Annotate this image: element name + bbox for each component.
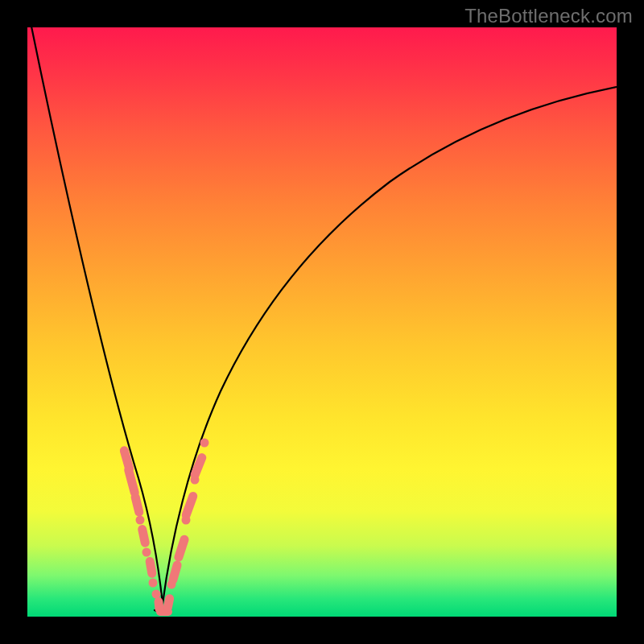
- svg-point-8: [152, 590, 161, 599]
- svg-rect-14: [173, 534, 190, 563]
- curve-right-branch: [163, 87, 617, 604]
- bottleneck-curve: [27, 27, 617, 617]
- plot-area: [27, 27, 617, 617]
- svg-rect-4: [137, 524, 151, 548]
- svg-point-5: [142, 548, 151, 557]
- watermark-text: TheBottleneck.com: [464, 5, 633, 27]
- svg-point-19: [200, 439, 209, 448]
- svg-rect-1: [123, 464, 140, 497]
- svg-point-7: [149, 579, 158, 588]
- svg-point-3: [136, 516, 145, 525]
- chart-frame: TheBottleneck.com: [0, 0, 644, 644]
- svg-rect-16: [180, 490, 199, 521]
- svg-rect-6: [145, 556, 157, 579]
- svg-rect-2: [130, 492, 145, 518]
